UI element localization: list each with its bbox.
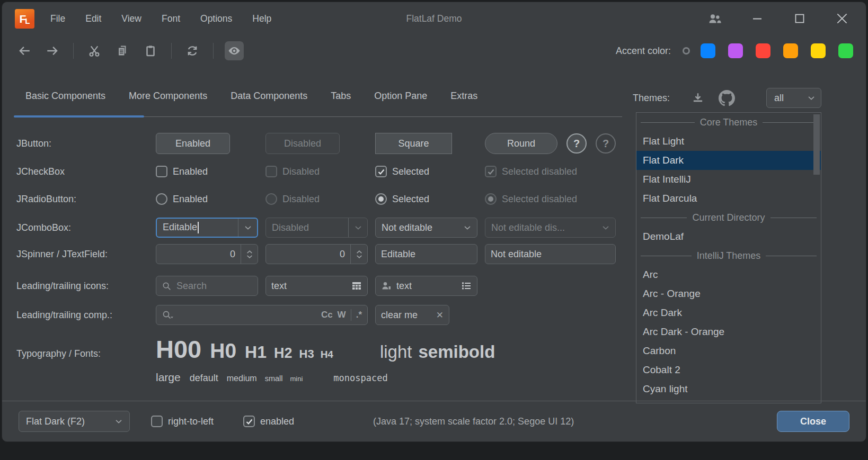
menu-file[interactable]: File — [50, 13, 65, 24]
back-icon[interactable] — [15, 41, 34, 60]
tab-tabs[interactable]: Tabs — [319, 79, 362, 117]
enabled-button[interactable]: Enabled — [156, 133, 230, 154]
themes-filter-combobox[interactable]: all — [766, 88, 821, 108]
theme-item-carbon[interactable]: Carbon — [636, 341, 821, 360]
menu-view[interactable]: View — [121, 13, 141, 24]
checkbox-box[interactable] — [156, 166, 167, 177]
theme-item-cobalt-2[interactable]: Cobalt 2 — [636, 360, 821, 380]
checkbox-box — [265, 166, 277, 177]
checkbox-enabled[interactable]: Enabled — [156, 166, 258, 177]
theme-item-demolaf[interactable]: DemoLaf — [636, 227, 821, 246]
menu-help[interactable]: Help — [252, 13, 271, 24]
enabled-checkbox[interactable]: enabled — [243, 416, 294, 427]
radio-circle[interactable] — [375, 193, 387, 205]
menu-edit[interactable]: Edit — [85, 13, 101, 24]
spinner-value[interactable]: 0 — [266, 249, 350, 260]
checkbox-box[interactable] — [243, 416, 255, 427]
whole-words-button[interactable]: W — [338, 310, 346, 320]
accent-swatch-yellow[interactable] — [811, 43, 826, 58]
theme-item-arc[interactable]: Arc — [636, 265, 821, 284]
combobox-editable[interactable]: Editable — [156, 218, 258, 238]
chevron-down-icon[interactable] — [238, 219, 257, 237]
download-icon[interactable] — [689, 89, 707, 107]
tab-more-components[interactable]: More Components — [117, 79, 219, 117]
square-button[interactable]: Square — [375, 133, 452, 154]
theme-item-arc-orange[interactable]: Arc - Orange — [636, 284, 821, 303]
title-bar: F L File Edit View Font Options Help Fla… — [2, 2, 866, 35]
theme-item-flat-intellij[interactable]: Flat IntelliJ — [636, 170, 821, 189]
round-button[interactable]: Round — [485, 133, 557, 154]
checkbox-box[interactable] — [151, 416, 163, 427]
textfield-value[interactable]: text — [271, 281, 287, 292]
text-input-with-table-icon[interactable]: text — [265, 276, 368, 296]
eye-icon[interactable] — [225, 41, 244, 60]
spinner-field[interactable]: 0 — [265, 244, 368, 264]
textfield-value[interactable]: Editable — [381, 249, 415, 260]
radio-selected[interactable]: Selected — [375, 193, 477, 205]
theme-item-flat-light[interactable]: Flat Light — [636, 132, 821, 151]
light-weight-sample: light — [380, 342, 412, 362]
table-icon[interactable] — [351, 281, 362, 291]
accent-swatch-orange[interactable] — [783, 43, 798, 58]
theme-item-arc-dark[interactable]: Arc Dark — [636, 303, 821, 322]
help-button[interactable]: ? — [566, 133, 587, 154]
spinner-arrows[interactable] — [350, 245, 367, 264]
checkbox-box[interactable] — [375, 166, 387, 177]
users-icon[interactable] — [707, 11, 723, 26]
search-menu-icon[interactable] — [162, 310, 174, 320]
forward-icon[interactable] — [43, 41, 62, 60]
app-window: F L File Edit View Font Options Help Fla… — [2, 2, 866, 442]
radio-enabled[interactable]: Enabled — [156, 193, 258, 205]
clear-icon[interactable]: ✕ — [436, 310, 444, 321]
menu-options[interactable]: Options — [200, 13, 232, 24]
theme-item-cyan-light[interactable]: Cyan light — [636, 380, 821, 399]
copy-icon[interactable] — [113, 41, 132, 60]
clear-me-input[interactable]: clear me ✕ — [375, 305, 449, 325]
theme-item-flat-dark[interactable]: Flat Dark — [636, 151, 821, 170]
close-icon[interactable] — [834, 11, 850, 26]
accent-swatch-blue[interactable] — [701, 43, 715, 58]
right-to-left-checkbox[interactable]: right-to-left — [151, 416, 214, 427]
textfield-value[interactable]: text — [396, 281, 412, 292]
paste-icon[interactable] — [141, 41, 160, 60]
checkbox-disabled: Disabled — [265, 166, 368, 177]
match-case-button[interactable]: Cc — [321, 310, 333, 320]
search-input[interactable]: Search — [156, 276, 258, 296]
accent-swatch-red[interactable] — [756, 43, 770, 58]
text-input-with-person-icon[interactable]: text — [375, 276, 477, 296]
checkbox-selected[interactable]: Selected — [375, 166, 477, 177]
jcheckbox-label: JCheckBox — [16, 166, 148, 177]
textfield-value[interactable]: clear me — [381, 310, 418, 321]
menu-font[interactable]: Font — [162, 13, 180, 24]
close-button[interactable]: Close — [777, 411, 849, 432]
spinner-field[interactable]: 0 — [156, 244, 258, 264]
accent-swatch-purple[interactable] — [728, 43, 743, 58]
h4-sample: H4 — [321, 349, 333, 360]
tab-option-pane[interactable]: Option Pane — [362, 79, 439, 117]
scrollbar-thumb[interactable] — [813, 114, 820, 175]
minimize-icon[interactable] — [749, 11, 765, 26]
cut-icon[interactable] — [85, 41, 104, 60]
refresh-icon[interactable] — [183, 41, 202, 60]
tab-data-components[interactable]: Data Components — [219, 79, 319, 117]
combobox-value[interactable]: Editable — [163, 222, 197, 232]
maximize-icon[interactable] — [792, 11, 808, 26]
font-size-samples: large default medium small mini monospac… — [156, 371, 622, 384]
spinner-arrows[interactable] — [241, 245, 258, 264]
regex-button[interactable]: .* — [356, 310, 362, 320]
theme-item-flat-darcula[interactable]: Flat Darcula — [636, 189, 821, 208]
theme-switcher-combobox[interactable]: Flat Dark (F2) — [19, 411, 130, 432]
theme-item-arc-dark-orange[interactable]: Arc Dark - Orange — [636, 322, 821, 341]
search-with-options-input[interactable]: Cc W .* — [156, 305, 368, 325]
textfield-editable[interactable]: Editable — [375, 244, 477, 264]
combobox-not-editable[interactable]: Not editable — [375, 218, 477, 238]
tab-extras[interactable]: Extras — [439, 79, 489, 117]
chevron-down-icon[interactable] — [458, 218, 477, 237]
accent-swatch-green[interactable] — [838, 43, 853, 58]
radio-circle[interactable] — [156, 193, 167, 205]
theme-group-separator: Core Themes — [636, 113, 821, 132]
github-icon[interactable] — [718, 89, 736, 107]
list-icon[interactable] — [461, 281, 472, 291]
tab-basic-components[interactable]: Basic Components — [14, 79, 117, 117]
spinner-value[interactable]: 0 — [156, 249, 241, 260]
